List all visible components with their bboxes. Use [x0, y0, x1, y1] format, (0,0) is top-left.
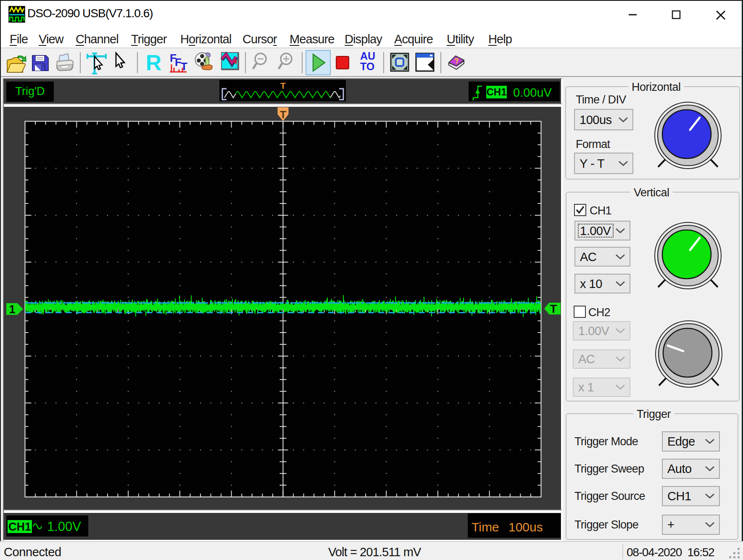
- svg-text:Time: Time: [472, 520, 499, 534]
- svg-text:T: T: [280, 81, 286, 90]
- svg-text:1: 1: [9, 303, 15, 316]
- svg-text:T: T: [280, 109, 286, 120]
- svg-text:AU: AU: [360, 50, 375, 62]
- svg-text:R: R: [146, 50, 162, 75]
- svg-text:1.00V: 1.00V: [47, 519, 81, 534]
- svg-text:100us: 100us: [509, 520, 543, 534]
- svg-text:0.00uV: 0.00uV: [513, 86, 552, 99]
- svg-text:CH1: CH1: [8, 520, 31, 533]
- svg-text:T: T: [550, 303, 557, 315]
- svg-text:T: T: [181, 60, 187, 73]
- svg-text:TO: TO: [360, 61, 374, 72]
- svg-text:CH1: CH1: [486, 86, 506, 98]
